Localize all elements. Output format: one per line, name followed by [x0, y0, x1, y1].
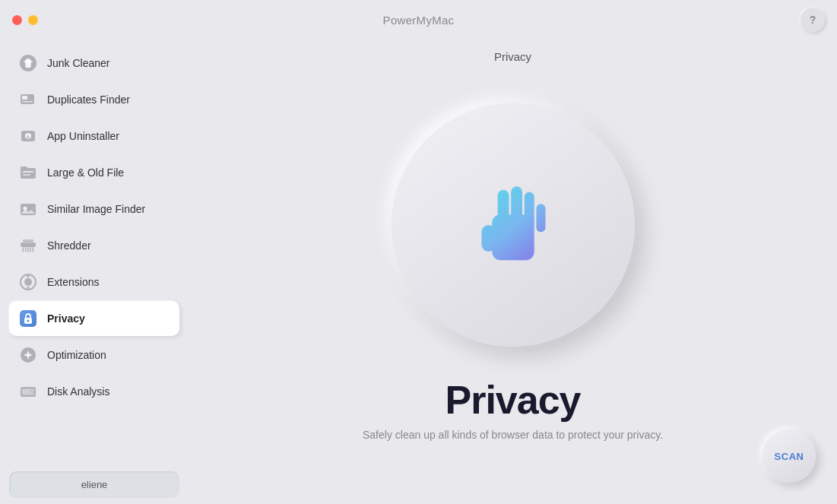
sidebar-item-label: Shredder	[47, 239, 91, 252]
svg-rect-5	[22, 101, 33, 103]
minimize-button[interactable]	[28, 15, 38, 25]
sidebar-item-label: Privacy	[47, 312, 85, 325]
extensions-icon	[18, 272, 38, 292]
svg-rect-16	[23, 239, 33, 243]
shredder-icon	[18, 236, 38, 255]
svg-rect-35	[497, 189, 509, 224]
svg-point-32	[32, 391, 33, 393]
help-button[interactable]: ?	[801, 8, 825, 32]
sidebar-item-junk-cleaner[interactable]: Junk Cleaner	[9, 46, 179, 81]
svg-point-23	[24, 278, 32, 286]
disk-analysis-icon	[18, 382, 38, 401]
sidebar-item-similar-image-finder[interactable]: Similar Image Finder	[9, 192, 179, 227]
svg-rect-12	[23, 174, 30, 176]
svg-text:A: A	[26, 135, 30, 140]
similar-image-finder-icon	[18, 199, 38, 219]
content-area: Privacy	[189, 40, 837, 504]
main-layout: Junk Cleaner Duplicates Finder A	[0, 40, 837, 504]
scan-button[interactable]: SCAN	[762, 430, 816, 483]
svg-rect-11	[23, 171, 33, 173]
sidebar-item-extensions[interactable]: Extensions	[9, 265, 179, 300]
privacy-hand-icon	[468, 179, 559, 271]
sidebar-item-duplicates-finder[interactable]: Duplicates Finder	[9, 82, 179, 117]
sidebar-item-label: App Uninstaller	[47, 130, 119, 142]
sidebar-item-label: Junk Cleaner	[47, 57, 110, 69]
app-title: PowerMyMac	[383, 14, 455, 27]
sidebar-item-large-old-file[interactable]: Large & Old File	[9, 155, 179, 190]
duplicates-finder-icon	[18, 90, 38, 109]
sidebar-item-app-uninstaller[interactable]: A App Uninstaller	[9, 119, 179, 154]
svg-rect-4	[22, 96, 27, 100]
svg-point-27	[27, 320, 30, 322]
svg-rect-36	[511, 186, 522, 223]
sidebar-item-disk-analysis[interactable]: Disk Analysis	[9, 374, 179, 409]
svg-line-21	[33, 248, 33, 252]
page-header-title: Privacy	[494, 50, 531, 63]
svg-rect-9	[21, 168, 36, 179]
sidebar-item-shredder[interactable]: Shredder	[9, 228, 179, 263]
close-button[interactable]	[12, 15, 22, 25]
sidebar-item-label: Duplicates Finder	[47, 94, 130, 106]
svg-rect-34	[481, 225, 495, 252]
svg-rect-24	[27, 274, 30, 277]
optimization-icon	[18, 345, 38, 365]
sidebar-item-privacy[interactable]: Privacy	[9, 301, 179, 336]
sidebar-item-label: Disk Analysis	[47, 385, 109, 398]
large-old-file-icon	[18, 163, 38, 182]
sidebar-item-label: Optimization	[47, 349, 106, 361]
app-uninstaller-icon: A	[18, 126, 38, 146]
content-subtitle: Safely clean up all kinds of browser dat…	[363, 429, 663, 441]
user-profile[interactable]: eliene	[9, 471, 179, 498]
feature-icon-circle	[392, 103, 635, 347]
privacy-lock-icon	[18, 309, 38, 328]
junk-cleaner-icon	[18, 53, 38, 73]
svg-rect-37	[524, 192, 534, 227]
svg-rect-38	[536, 204, 545, 232]
title-bar: PowerMyMac ?	[0, 0, 837, 40]
sidebar-item-label: Large & Old File	[47, 166, 124, 179]
traffic-lights	[12, 15, 38, 25]
sidebar: Junk Cleaner Duplicates Finder A	[0, 40, 189, 504]
content-title: Privacy	[445, 377, 580, 423]
sidebar-item-optimization[interactable]: Optimization	[9, 338, 179, 372]
sidebar-item-label: Extensions	[47, 276, 99, 288]
svg-rect-10	[21, 166, 27, 170]
sidebar-item-label: Similar Image Finder	[47, 203, 145, 215]
svg-line-17	[23, 248, 24, 252]
svg-rect-25	[27, 287, 30, 290]
